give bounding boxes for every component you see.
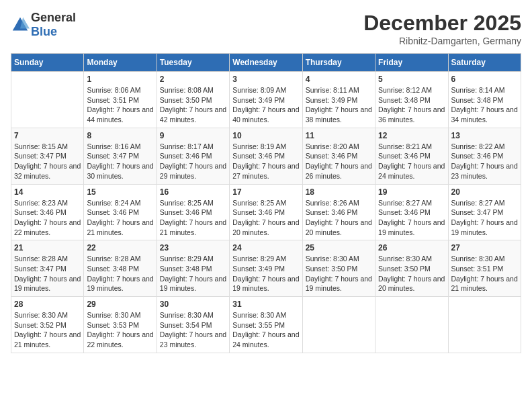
calendar-cell: 22Sunrise: 8:28 AMSunset: 3:48 PMDayligh…	[84, 240, 157, 297]
day-number: 25	[306, 243, 372, 253]
calendar-cell: 28Sunrise: 8:30 AMSunset: 3:52 PMDayligh…	[11, 297, 84, 353]
cell-detail: Sunrise: 8:27 AMSunset: 3:47 PMDaylight:…	[451, 198, 518, 238]
calendar-cell: 7Sunrise: 8:15 AMSunset: 3:47 PMDaylight…	[11, 128, 84, 184]
day-number: 26	[378, 243, 445, 253]
column-header-monday: Monday	[84, 54, 157, 72]
calendar-cell: 29Sunrise: 8:30 AMSunset: 3:53 PMDayligh…	[84, 297, 157, 353]
calendar-cell	[302, 297, 375, 353]
calendar-cell: 24Sunrise: 8:29 AMSunset: 3:49 PMDayligh…	[230, 240, 302, 297]
cell-detail: Sunrise: 8:24 AMSunset: 3:46 PMDaylight:…	[87, 198, 153, 238]
day-number: 5	[378, 75, 445, 84]
title-block: December 2025 Ribnitz-Damgarten, Germany	[363, 11, 521, 46]
page-header: General Blue December 2025 Ribnitz-Damga…	[11, 11, 521, 46]
day-number: 31	[232, 300, 299, 309]
day-number: 29	[87, 300, 153, 309]
cell-detail: Sunrise: 8:29 AMSunset: 3:48 PMDaylight:…	[160, 254, 226, 293]
day-number: 1	[87, 75, 153, 84]
calendar-week-row: 14Sunrise: 8:23 AMSunset: 3:46 PMDayligh…	[11, 184, 521, 240]
cell-detail: Sunrise: 8:28 AMSunset: 3:48 PMDaylight:…	[87, 254, 153, 293]
day-number: 28	[14, 300, 81, 309]
calendar-cell	[375, 297, 448, 353]
cell-detail: Sunrise: 8:17 AMSunset: 3:46 PMDaylight:…	[160, 142, 226, 181]
calendar-cell	[11, 72, 84, 128]
cell-detail: Sunrise: 8:28 AMSunset: 3:47 PMDaylight:…	[14, 254, 81, 293]
calendar-cell: 8Sunrise: 8:16 AMSunset: 3:47 PMDaylight…	[84, 128, 157, 184]
day-number: 20	[451, 187, 518, 197]
calendar-cell: 14Sunrise: 8:23 AMSunset: 3:46 PMDayligh…	[11, 184, 84, 240]
cell-detail: Sunrise: 8:30 AMSunset: 3:55 PMDaylight:…	[232, 310, 299, 350]
calendar-cell: 11Sunrise: 8:20 AMSunset: 3:46 PMDayligh…	[302, 128, 375, 184]
cell-detail: Sunrise: 8:30 AMSunset: 3:54 PMDaylight:…	[160, 310, 226, 350]
cell-detail: Sunrise: 8:19 AMSunset: 3:46 PMDaylight:…	[232, 142, 299, 181]
calendar-cell: 16Sunrise: 8:25 AMSunset: 3:46 PMDayligh…	[157, 184, 229, 240]
cell-detail: Sunrise: 8:23 AMSunset: 3:46 PMDaylight:…	[14, 198, 81, 238]
column-header-thursday: Thursday	[302, 54, 375, 72]
day-number: 9	[160, 131, 226, 140]
day-number: 23	[160, 243, 226, 253]
cell-detail: Sunrise: 8:21 AMSunset: 3:46 PMDaylight:…	[378, 142, 445, 181]
column-header-wednesday: Wednesday	[230, 54, 302, 72]
column-header-saturday: Saturday	[448, 54, 521, 72]
day-number: 6	[451, 75, 518, 84]
cell-detail: Sunrise: 8:30 AMSunset: 3:51 PMDaylight:…	[451, 254, 518, 293]
day-number: 17	[232, 187, 299, 197]
day-number: 27	[451, 243, 518, 253]
cell-detail: Sunrise: 8:12 AMSunset: 3:48 PMDaylight:…	[378, 85, 445, 125]
calendar-cell: 12Sunrise: 8:21 AMSunset: 3:46 PMDayligh…	[375, 128, 448, 184]
calendar-cell: 2Sunrise: 8:08 AMSunset: 3:50 PMDaylight…	[157, 72, 229, 128]
day-number: 22	[87, 243, 153, 253]
calendar-week-row: 28Sunrise: 8:30 AMSunset: 3:52 PMDayligh…	[11, 297, 521, 353]
calendar-cell: 31Sunrise: 8:30 AMSunset: 3:55 PMDayligh…	[230, 297, 302, 353]
day-number: 10	[232, 131, 299, 140]
column-header-tuesday: Tuesday	[157, 54, 229, 72]
day-number: 30	[160, 300, 226, 309]
calendar-cell: 3Sunrise: 8:09 AMSunset: 3:49 PMDaylight…	[230, 72, 302, 128]
day-number: 21	[14, 243, 81, 253]
calendar-cell: 6Sunrise: 8:14 AMSunset: 3:48 PMDaylight…	[448, 72, 521, 128]
cell-detail: Sunrise: 8:22 AMSunset: 3:46 PMDaylight:…	[451, 142, 518, 181]
month-title: December 2025	[363, 11, 521, 36]
calendar-table: SundayMondayTuesdayWednesdayThursdayFrid…	[11, 53, 521, 353]
cell-detail: Sunrise: 8:16 AMSunset: 3:47 PMDaylight:…	[87, 142, 153, 181]
calendar-cell: 13Sunrise: 8:22 AMSunset: 3:46 PMDayligh…	[448, 128, 521, 184]
calendar-cell: 9Sunrise: 8:17 AMSunset: 3:46 PMDaylight…	[157, 128, 229, 184]
cell-detail: Sunrise: 8:26 AMSunset: 3:46 PMDaylight:…	[306, 198, 372, 238]
column-header-friday: Friday	[375, 54, 448, 72]
cell-detail: Sunrise: 8:30 AMSunset: 3:50 PMDaylight:…	[306, 254, 372, 293]
logo: General Blue	[11, 11, 76, 39]
cell-detail: Sunrise: 8:29 AMSunset: 3:49 PMDaylight:…	[232, 254, 299, 293]
day-number: 3	[232, 75, 299, 84]
day-number: 16	[160, 187, 226, 197]
logo-general: General	[31, 11, 76, 24]
calendar-cell: 23Sunrise: 8:29 AMSunset: 3:48 PMDayligh…	[157, 240, 229, 297]
cell-detail: Sunrise: 8:14 AMSunset: 3:48 PMDaylight:…	[451, 85, 518, 125]
day-number: 8	[87, 131, 153, 140]
day-number: 7	[14, 131, 81, 140]
day-number: 14	[14, 187, 81, 197]
cell-detail: Sunrise: 8:11 AMSunset: 3:49 PMDaylight:…	[306, 85, 372, 125]
cell-detail: Sunrise: 8:08 AMSunset: 3:50 PMDaylight:…	[160, 85, 226, 125]
logo-icon	[11, 15, 30, 34]
calendar-cell: 4Sunrise: 8:11 AMSunset: 3:49 PMDaylight…	[302, 72, 375, 128]
day-number: 4	[306, 75, 372, 84]
day-number: 24	[232, 243, 299, 253]
calendar-cell: 20Sunrise: 8:27 AMSunset: 3:47 PMDayligh…	[448, 184, 521, 240]
calendar-week-row: 21Sunrise: 8:28 AMSunset: 3:47 PMDayligh…	[11, 240, 521, 297]
day-number: 15	[87, 187, 153, 197]
cell-detail: Sunrise: 8:09 AMSunset: 3:49 PMDaylight:…	[232, 85, 299, 125]
day-number: 11	[306, 131, 372, 140]
calendar-cell: 26Sunrise: 8:30 AMSunset: 3:50 PMDayligh…	[375, 240, 448, 297]
calendar-header-row: SundayMondayTuesdayWednesdayThursdayFrid…	[11, 54, 521, 72]
calendar-cell: 21Sunrise: 8:28 AMSunset: 3:47 PMDayligh…	[11, 240, 84, 297]
logo-blue: Blue	[31, 25, 57, 38]
cell-detail: Sunrise: 8:06 AMSunset: 3:51 PMDaylight:…	[87, 85, 153, 125]
cell-detail: Sunrise: 8:30 AMSunset: 3:53 PMDaylight:…	[87, 310, 153, 350]
cell-detail: Sunrise: 8:15 AMSunset: 3:47 PMDaylight:…	[14, 142, 81, 181]
calendar-cell: 19Sunrise: 8:27 AMSunset: 3:46 PMDayligh…	[375, 184, 448, 240]
calendar-cell: 27Sunrise: 8:30 AMSunset: 3:51 PMDayligh…	[448, 240, 521, 297]
day-number: 19	[378, 187, 445, 197]
day-number: 13	[451, 131, 518, 140]
cell-detail: Sunrise: 8:20 AMSunset: 3:46 PMDaylight:…	[306, 142, 372, 181]
cell-detail: Sunrise: 8:30 AMSunset: 3:52 PMDaylight:…	[14, 310, 81, 350]
column-header-sunday: Sunday	[11, 54, 84, 72]
